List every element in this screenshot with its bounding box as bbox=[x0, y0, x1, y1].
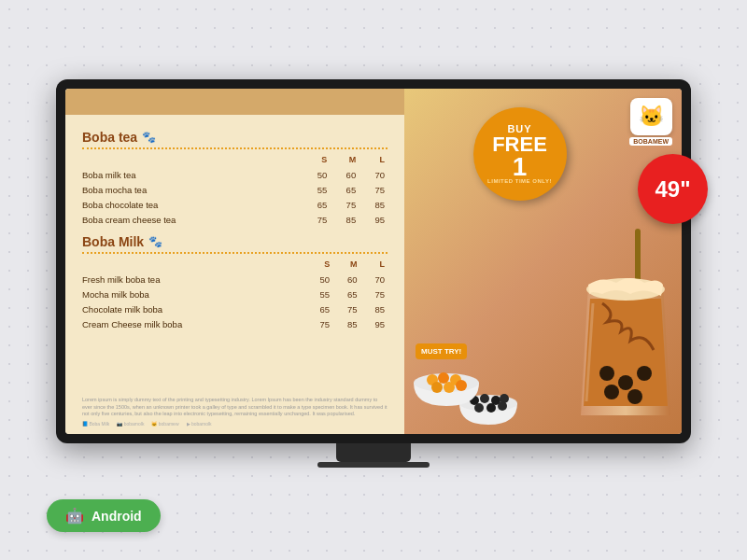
svg-point-3 bbox=[637, 366, 652, 381]
monitor-display: Boba tea 🐾 S M L bbox=[56, 79, 691, 481]
num-label: 1 bbox=[513, 155, 528, 178]
android-button[interactable]: 🤖 Android bbox=[47, 499, 161, 532]
menu-table-1: S M L Boba milk tea 506070 bbox=[82, 155, 388, 227]
col-name-1 bbox=[82, 155, 302, 167]
table-row: Boba chocolate tea 657585 bbox=[82, 197, 388, 212]
table-row: Boba milk tea 506070 bbox=[82, 167, 388, 182]
svg-point-20 bbox=[486, 403, 496, 413]
promo-badge: BUY FREE 1 LIMITED TIME ONLY! bbox=[473, 107, 567, 201]
col-m-2: M bbox=[332, 259, 359, 272]
footer-text: Lorem ipsum is simply dummy text of the … bbox=[82, 391, 388, 418]
table-row: Fresh milk boba tea 506070 bbox=[82, 272, 388, 287]
limited-label: LIMITED TIME ONLY! bbox=[487, 178, 552, 184]
monitor-stand bbox=[336, 443, 411, 462]
divider-2 bbox=[82, 252, 388, 254]
android-icon: 🤖 bbox=[65, 507, 84, 525]
divider-1 bbox=[82, 147, 388, 149]
paw-icon-2: 🐾 bbox=[148, 235, 162, 248]
orange-pearls-bowl bbox=[409, 359, 484, 411]
drip-bar bbox=[65, 89, 404, 115]
svg-point-1 bbox=[599, 366, 614, 381]
table-row: Chocolate milk boba 657585 bbox=[82, 301, 388, 316]
col-name-2 bbox=[82, 259, 305, 272]
size-label: 49" bbox=[655, 176, 690, 203]
col-m-1: M bbox=[330, 155, 359, 167]
table-row: Boba mocha tea 556575 bbox=[82, 182, 388, 197]
col-s-1: S bbox=[302, 155, 331, 167]
svg-point-9 bbox=[438, 372, 449, 384]
must-try-badge: MUST TRY! bbox=[416, 343, 467, 359]
col-l-1: L bbox=[359, 155, 388, 167]
col-l-2: L bbox=[360, 259, 388, 272]
android-label: Android bbox=[92, 509, 142, 524]
section1-title: Boba tea 🐾 bbox=[82, 130, 388, 145]
size-badge: 49" bbox=[638, 154, 708, 224]
col-s-2: S bbox=[305, 259, 332, 272]
screen: Boba tea 🐾 S M L bbox=[65, 89, 682, 434]
table-row: Boba cream cheese tea 758595 bbox=[82, 212, 388, 227]
monitor-base bbox=[317, 462, 430, 468]
logo-area: 🐱 BOBAMEW bbox=[629, 98, 672, 146]
svg-point-5 bbox=[627, 389, 642, 404]
section2-title: Boba Milk 🐾 bbox=[82, 234, 388, 249]
table-row: Mocha milk boba 556575 bbox=[82, 287, 388, 301]
svg-point-13 bbox=[456, 380, 467, 391]
svg-point-11 bbox=[431, 382, 443, 393]
logo-text: BOBAMEW bbox=[629, 137, 672, 146]
menu-panel: Boba tea 🐾 S M L bbox=[65, 89, 404, 434]
svg-point-12 bbox=[444, 382, 455, 393]
table-row: Cream Cheese milk boba 758595 bbox=[82, 316, 388, 331]
logo-emoji: 🐱 bbox=[639, 105, 664, 129]
svg-point-2 bbox=[618, 375, 633, 390]
boba-cup-image bbox=[570, 229, 682, 434]
paw-icon-1: 🐾 bbox=[142, 131, 156, 144]
logo-box: 🐱 bbox=[630, 98, 672, 135]
promo-panel: 🐱 BOBAMEW BUY FREE 1 LIMITED TIME ONLY! … bbox=[404, 89, 682, 434]
monitor-frame: Boba tea 🐾 S M L bbox=[56, 79, 691, 443]
svg-point-4 bbox=[604, 385, 619, 399]
menu-table-2: S M L Fresh milk boba tea 506070 bbox=[82, 259, 388, 331]
svg-point-21 bbox=[498, 401, 507, 411]
footer-icons: 📘 Boba Milk 📷 bobamolk 🐱 bobamew ▶ bobam… bbox=[82, 421, 388, 427]
